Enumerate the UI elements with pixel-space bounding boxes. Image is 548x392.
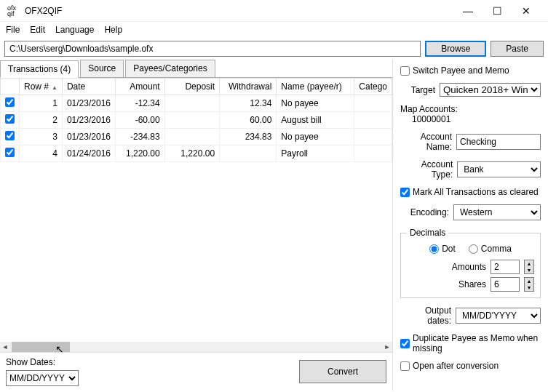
mark-cleared-checkbox[interactable]: [400, 188, 410, 197]
minimize-button[interactable]: —: [453, 5, 483, 17]
target-select[interactable]: Quicken 2018+ Win: [440, 83, 541, 97]
cell-row: 4: [20, 145, 63, 162]
window-title: OFX2QIF: [25, 6, 453, 16]
mark-cleared-label: Mark All Transactions as cleared: [413, 187, 539, 197]
titlebar: ofx qif OFX2QIF — ☐ ✕: [0, 0, 548, 22]
tab-payees[interactable]: Payees/Categories: [125, 60, 215, 77]
duplicate-payee-label: Duplicate Payee as Memo when missing: [413, 333, 541, 353]
col-row[interactable]: Row #▲: [20, 79, 63, 95]
cell-row: 1: [20, 95, 63, 112]
amounts-spinner[interactable]: ▲▼: [524, 260, 534, 274]
cell-deposit: [164, 95, 219, 112]
cell-category: [354, 129, 392, 145]
switch-payee-label: Switch Payee and Memo: [413, 65, 509, 76]
table-row[interactable]: 201/23/2016-60.0060.00August bill: [1, 112, 392, 129]
account-id[interactable]: 10000001: [400, 114, 541, 124]
path-row: Browse Paste: [0, 38, 548, 60]
amounts-input[interactable]: [491, 260, 520, 274]
maximize-button[interactable]: ☐: [483, 5, 512, 17]
row-checkbox[interactable]: [5, 97, 15, 107]
shares-input[interactable]: [491, 277, 520, 292]
show-dates-select[interactable]: MM/DD/YYYY: [6, 370, 79, 386]
cell-withdrawal: 60.00: [220, 112, 277, 129]
col-name[interactable]: Name (payee/r): [277, 79, 354, 95]
paste-button[interactable]: Paste: [491, 41, 544, 57]
dot-radio[interactable]: [429, 244, 439, 254]
show-dates-label: Show Dates:: [6, 357, 79, 367]
row-checkbox[interactable]: [5, 148, 15, 157]
cell-deposit: [164, 112, 219, 129]
cell-amount: 1,220.00: [116, 145, 165, 162]
close-button[interactable]: ✕: [512, 5, 541, 17]
col-withdrawal[interactable]: Withdrawal: [220, 79, 277, 95]
menu-file[interactable]: File: [6, 25, 20, 35]
table-row[interactable]: 301/23/2016-234.83234.83No payee: [1, 129, 392, 145]
cell-category: [354, 112, 392, 129]
cell-name: No payee: [277, 129, 354, 145]
duplicate-payee-checkbox[interactable]: [400, 339, 410, 348]
cell-deposit: 1,220.00: [164, 145, 219, 162]
menu-edit[interactable]: Edit: [30, 25, 45, 35]
decimals-fieldset: Decimals Dot Comma Amounts ▲▼ Shares ▲▼: [400, 228, 541, 298]
comma-label: Comma: [481, 244, 512, 254]
col-date[interactable]: Date: [62, 79, 115, 95]
col-check[interactable]: [1, 79, 20, 95]
cell-withdrawal: [220, 145, 277, 162]
cell-withdrawal: 234.83: [220, 129, 277, 145]
cell-date: 01/23/2016: [62, 129, 115, 145]
cell-row: 2: [20, 112, 63, 129]
col-category[interactable]: Catego: [354, 79, 392, 95]
table-row[interactable]: 401/24/20161,220.001,220.00Payroll: [1, 145, 392, 162]
cell-name: No payee: [277, 95, 354, 112]
transactions-grid: Row #▲ Date Amount Deposit Withdrawal Na…: [0, 78, 392, 352]
bottom-row: Show Dates: MM/DD/YYYY Convert: [0, 352, 392, 391]
table-row[interactable]: 101/23/2016-12.3412.34No payee: [1, 95, 392, 112]
encoding-label: Encoding:: [410, 207, 449, 217]
comma-radio[interactable]: [469, 244, 478, 254]
cell-category: [354, 95, 392, 112]
app-icon: ofx qif: [7, 5, 19, 17]
shares-spinner[interactable]: ▲▼: [524, 277, 534, 292]
col-amount[interactable]: Amount: [116, 79, 165, 95]
tab-source[interactable]: Source: [80, 60, 124, 77]
menu-language[interactable]: Language: [55, 25, 94, 35]
cell-name: Payroll: [277, 145, 354, 162]
cell-withdrawal: 12.34: [220, 95, 277, 112]
menubar: File Edit Language Help: [0, 22, 548, 38]
cell-row: 3: [20, 129, 63, 145]
encoding-select[interactable]: Western: [453, 204, 541, 220]
h-scrollbar[interactable]: ◄ ► ↖: [0, 342, 392, 352]
scroll-thumb[interactable]: [12, 342, 70, 352]
cell-amount: -12.34: [116, 95, 165, 112]
scroll-right-icon[interactable]: ►: [382, 342, 392, 352]
col-deposit[interactable]: Deposit: [164, 79, 219, 95]
convert-button[interactable]: Convert: [299, 360, 386, 383]
output-dates-select[interactable]: MM/DD'YYYY: [456, 308, 541, 324]
target-label: Target: [411, 85, 435, 95]
cell-category: [354, 145, 392, 162]
switch-payee-checkbox[interactable]: [400, 66, 410, 76]
cell-date: 01/24/2016: [62, 145, 115, 162]
open-after-checkbox[interactable]: [400, 361, 410, 371]
sort-asc-icon: ▲: [52, 84, 57, 91]
row-checkbox[interactable]: [5, 114, 15, 124]
cell-amount: -234.83: [116, 129, 165, 145]
cell-date: 01/23/2016: [62, 95, 115, 112]
tabs: Transactions (4) Source Payees/Categorie…: [0, 60, 392, 78]
account-type-select[interactable]: Bank: [457, 161, 541, 177]
dot-label: Dot: [442, 244, 456, 254]
open-after-label: Open after conversion: [413, 361, 499, 371]
menu-help[interactable]: Help: [104, 25, 122, 35]
tab-transactions[interactable]: Transactions (4): [0, 60, 79, 78]
row-checkbox[interactable]: [5, 131, 15, 140]
account-name-input[interactable]: [456, 134, 541, 150]
grid-header-row: Row #▲ Date Amount Deposit Withdrawal Na…: [1, 79, 392, 95]
map-accounts-label: Map Accounts:: [400, 104, 541, 114]
file-path-input[interactable]: [4, 41, 421, 57]
account-name-label: Account Name:: [400, 132, 452, 152]
cell-deposit: [164, 129, 219, 145]
browse-button[interactable]: Browse: [425, 41, 486, 57]
account-type-label: Account Type:: [400, 159, 453, 180]
scroll-left-icon[interactable]: ◄: [0, 342, 10, 352]
decimals-legend: Decimals: [407, 228, 448, 238]
